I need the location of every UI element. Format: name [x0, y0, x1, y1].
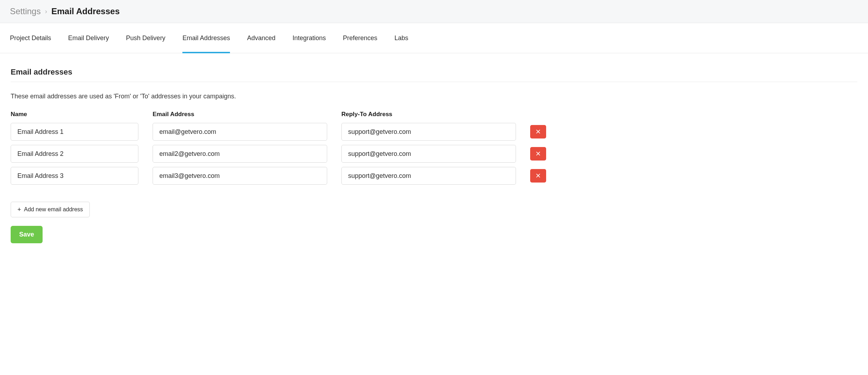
- section-title: Email addresses: [11, 67, 857, 82]
- add-email-button[interactable]: + Add new email address: [11, 202, 90, 217]
- name-input[interactable]: [11, 167, 138, 185]
- tab-project-details[interactable]: Project Details: [10, 23, 51, 53]
- save-button[interactable]: Save: [11, 226, 43, 243]
- reply-to-input[interactable]: [341, 145, 516, 163]
- tab-email-delivery[interactable]: Email Delivery: [68, 23, 109, 53]
- section-description: These email addresses are used as 'From'…: [11, 93, 857, 100]
- tab-advanced[interactable]: Advanced: [247, 23, 275, 53]
- email-input[interactable]: [153, 167, 327, 185]
- email-row: [11, 145, 857, 163]
- reply-to-input[interactable]: [341, 123, 516, 141]
- column-header-email: Email Address: [153, 111, 327, 118]
- breadcrumb-parent[interactable]: Settings: [10, 6, 41, 16]
- close-icon: [536, 151, 540, 157]
- breadcrumb-current: Email Addresses: [51, 6, 120, 16]
- column-header-replyto: Reply-To Address: [341, 111, 516, 118]
- name-input[interactable]: [11, 145, 138, 163]
- name-input[interactable]: [11, 123, 138, 141]
- plus-icon: +: [17, 206, 21, 213]
- tab-integrations[interactable]: Integrations: [292, 23, 326, 53]
- email-input[interactable]: [153, 145, 327, 163]
- close-icon: [536, 173, 540, 179]
- table-headers: Name Email Address Reply-To Address: [11, 111, 857, 118]
- delete-row-button[interactable]: [530, 169, 546, 183]
- email-input[interactable]: [153, 123, 327, 141]
- chevron-right-icon: ›: [45, 8, 47, 15]
- email-row: [11, 167, 857, 185]
- breadcrumb: Settings › Email Addresses: [0, 0, 868, 23]
- reply-to-input[interactable]: [341, 167, 516, 185]
- tab-email-addresses[interactable]: Email Addresses: [182, 23, 230, 53]
- column-header-name: Name: [11, 111, 138, 118]
- add-email-label: Add new email address: [24, 206, 83, 213]
- main-content: Email addresses These email addresses ar…: [0, 53, 868, 257]
- tab-labs[interactable]: Labs: [394, 23, 408, 53]
- email-row: [11, 123, 857, 141]
- tabs-nav: Project DetailsEmail DeliveryPush Delive…: [0, 23, 868, 53]
- delete-row-button[interactable]: [530, 147, 546, 161]
- tab-preferences[interactable]: Preferences: [343, 23, 377, 53]
- close-icon: [536, 129, 540, 135]
- tab-push-delivery[interactable]: Push Delivery: [126, 23, 165, 53]
- delete-row-button[interactable]: [530, 125, 546, 138]
